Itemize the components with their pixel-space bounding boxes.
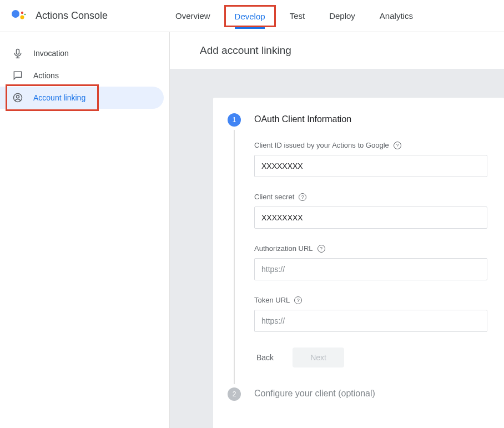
step-2-title: Configure your client (optional) xyxy=(254,386,487,399)
back-button[interactable]: Back xyxy=(254,348,276,367)
assistant-logo-icon xyxy=(11,8,27,24)
step-1-title: OAuth Client Information xyxy=(254,112,487,124)
svg-point-8 xyxy=(17,95,19,98)
field-label-token-url: Token URL ? xyxy=(254,296,487,304)
help-icon[interactable]: ? xyxy=(299,193,306,201)
field-client-secret: Client secret ? xyxy=(254,193,487,229)
app-title: Actions Console xyxy=(36,10,108,22)
header: Actions Console Overview Develop Test De… xyxy=(0,0,504,32)
sidebar-item-label: Actions xyxy=(33,71,59,80)
field-label-client-id: Client ID issued by your Actions to Goog… xyxy=(254,141,487,149)
field-label-client-secret: Client secret ? xyxy=(254,193,487,201)
help-icon[interactable]: ? xyxy=(317,245,325,253)
field-label-text: Client ID issued by your Actions to Goog… xyxy=(254,141,389,149)
header-tabs: Overview Develop Test Deploy Analytics xyxy=(163,0,425,32)
authorization-url-input[interactable] xyxy=(254,258,487,280)
person-circle-icon xyxy=(12,92,23,103)
svg-point-3 xyxy=(24,13,26,15)
content-body: 1 OAuth Client Information Client ID iss… xyxy=(170,69,504,428)
field-label-text: Token URL xyxy=(254,296,290,304)
field-authorization-url: Authorization URL ? xyxy=(254,244,487,280)
main: Invocation Actions Account linking Add a… xyxy=(0,32,504,428)
token-url-input[interactable] xyxy=(254,310,487,332)
svg-point-1 xyxy=(21,11,23,13)
step-number-1: 1 xyxy=(228,113,241,127)
tab-deploy[interactable]: Deploy xyxy=(317,0,367,32)
field-client-id: Client ID issued by your Actions to Goog… xyxy=(254,141,487,177)
svg-point-2 xyxy=(21,15,24,19)
step-2: 2 Configure your client (optional) xyxy=(213,386,504,415)
svg-rect-4 xyxy=(17,49,19,54)
client-id-input[interactable] xyxy=(254,155,487,177)
chat-icon xyxy=(12,70,23,81)
step-1: 1 OAuth Client Information Client ID iss… xyxy=(213,112,504,367)
field-label-text: Client secret xyxy=(254,193,294,201)
help-icon[interactable]: ? xyxy=(394,142,401,149)
content: Add account linking 1 OAuth Client Infor… xyxy=(170,32,504,428)
sidebar-item-label: Account linking xyxy=(33,93,85,102)
client-secret-input[interactable] xyxy=(254,207,487,229)
step-1-actions: Back Next xyxy=(254,348,487,367)
step-1-content: OAuth Client Information Client ID issue… xyxy=(254,112,504,367)
form-card: 1 OAuth Client Information Client ID iss… xyxy=(213,98,504,428)
sidebar-item-actions[interactable]: Actions xyxy=(0,64,164,87)
sidebar-item-label: Invocation xyxy=(33,49,69,58)
step-2-content: Configure your client (optional) xyxy=(254,386,504,415)
field-token-url: Token URL ? xyxy=(254,296,487,332)
sidebar-item-invocation[interactable]: Invocation xyxy=(0,42,164,64)
tab-overview[interactable]: Overview xyxy=(163,0,223,32)
mic-icon xyxy=(12,48,23,59)
tab-analytics[interactable]: Analytics xyxy=(367,0,425,32)
svg-point-0 xyxy=(12,10,19,18)
sidebar: Invocation Actions Account linking xyxy=(0,32,170,428)
step-connector xyxy=(234,130,235,384)
help-icon[interactable]: ? xyxy=(294,296,302,304)
tab-develop[interactable]: Develop xyxy=(223,3,278,29)
next-button[interactable]: Next xyxy=(293,348,344,367)
page-title: Add account linking xyxy=(170,32,504,69)
field-label-text: Authorization URL xyxy=(254,244,313,253)
app-logo xyxy=(11,8,27,24)
tab-test[interactable]: Test xyxy=(278,0,317,32)
step-number-2: 2 xyxy=(228,387,241,401)
field-label-authorization-url: Authorization URL ? xyxy=(254,244,487,253)
sidebar-item-account-linking[interactable]: Account linking xyxy=(0,87,164,109)
